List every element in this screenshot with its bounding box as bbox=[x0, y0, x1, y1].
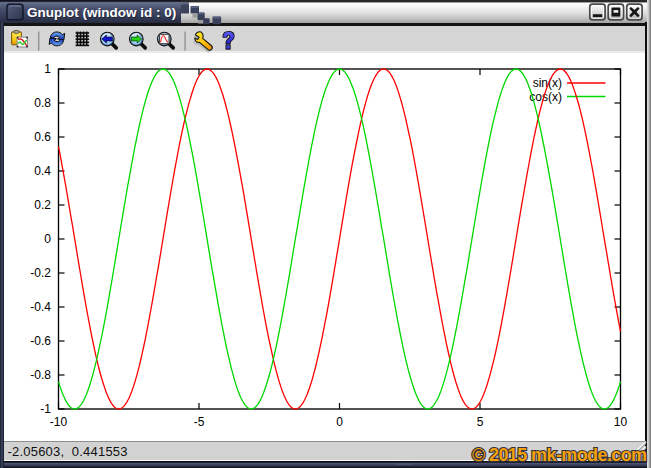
svg-text:10: 10 bbox=[614, 415, 628, 429]
svg-text:-0.4: -0.4 bbox=[30, 300, 51, 314]
svg-text:© 2015 mk-mode.com: © 2015 mk-mode.com bbox=[472, 445, 647, 465]
svg-text:5: 5 bbox=[477, 415, 484, 429]
svg-text:1: 1 bbox=[44, 62, 51, 76]
svg-text:Gnuplot (window id : 0): Gnuplot (window id : 0) bbox=[27, 5, 176, 20]
svg-text:-0.2: -0.2 bbox=[30, 266, 51, 280]
svg-text:0.4: 0.4 bbox=[34, 164, 51, 178]
svg-text:0.2: 0.2 bbox=[34, 198, 51, 212]
svg-text:0.6: 0.6 bbox=[34, 130, 51, 144]
svg-text:-5: -5 bbox=[194, 415, 205, 429]
svg-text:-2.05603, 0.441553: -2.05603, 0.441553 bbox=[8, 444, 128, 459]
svg-text:-0.8: -0.8 bbox=[30, 368, 51, 382]
svg-text:-10: -10 bbox=[50, 415, 68, 429]
svg-text:0: 0 bbox=[44, 232, 51, 246]
svg-text:-0.6: -0.6 bbox=[30, 334, 51, 348]
svg-text:0.8: 0.8 bbox=[34, 96, 51, 110]
svg-text:0: 0 bbox=[336, 415, 343, 429]
